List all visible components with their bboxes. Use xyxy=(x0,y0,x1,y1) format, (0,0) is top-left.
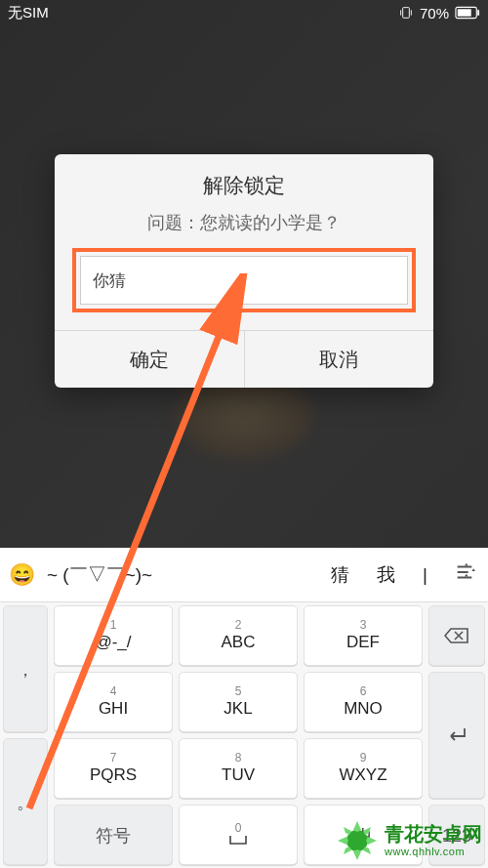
battery-text: 70% xyxy=(420,5,449,21)
key-0[interactable]: 0 xyxy=(179,805,298,865)
key-6[interactable]: 6MNO xyxy=(304,672,423,732)
svg-rect-0 xyxy=(403,8,410,19)
battery-icon xyxy=(455,5,480,21)
settings-icon xyxy=(454,561,475,583)
suggestion-3[interactable]: | xyxy=(409,564,441,586)
svg-rect-2 xyxy=(477,10,479,16)
confirm-button[interactable]: 确定 xyxy=(55,331,244,388)
key-8[interactable]: 8TUV xyxy=(179,738,298,799)
key-symbol[interactable]: 符号 xyxy=(54,805,173,865)
watermark-logo-icon xyxy=(336,819,379,862)
suggestion-1[interactable]: 猜 xyxy=(317,562,363,588)
key-5[interactable]: 5JKL xyxy=(179,672,298,732)
carrier-text: 无SIM xyxy=(8,4,49,22)
key-period[interactable]: 。 xyxy=(3,738,48,865)
suggestion-kaomoji[interactable]: ~ (￣▽￣~)~ xyxy=(43,562,317,588)
answer-input[interactable] xyxy=(80,256,408,305)
key-1[interactable]: 1@-_/ xyxy=(54,605,173,666)
watermark: 青花安卓网 www.qhhlv.com xyxy=(336,819,482,862)
watermark-brand: 青花安卓网 xyxy=(385,823,482,846)
dialog-title: 解除锁定 xyxy=(55,154,433,211)
enter-icon xyxy=(445,725,468,745)
key-backspace[interactable] xyxy=(428,605,485,666)
watermark-url: www.qhhlv.com xyxy=(385,846,482,858)
svg-rect-3 xyxy=(458,9,471,16)
security-question: 问题：您就读的小学是？ xyxy=(55,211,433,248)
cancel-button[interactable]: 取消 xyxy=(244,331,434,388)
key-2[interactable]: 2ABC xyxy=(179,605,298,666)
unlock-dialog: 解除锁定 问题：您就读的小学是？ 确定 取消 xyxy=(55,154,433,388)
input-highlight xyxy=(72,248,416,312)
suggestion-2[interactable]: 我 xyxy=(363,562,409,588)
key-9[interactable]: 9WXYZ xyxy=(304,738,423,799)
vibrate-icon xyxy=(398,5,414,21)
key-7[interactable]: 7PQRS xyxy=(54,738,173,799)
key-3[interactable]: 3DEF xyxy=(304,605,423,666)
status-bar: 无SIM 70% xyxy=(0,0,488,25)
settings-button[interactable] xyxy=(441,561,488,588)
key-4[interactable]: 4GHI xyxy=(54,672,173,732)
key-comma[interactable]: ， xyxy=(3,605,48,732)
space-icon xyxy=(228,834,248,847)
suggestion-bar: 😄 ~ (￣▽￣~)~ 猜 我 | xyxy=(0,548,488,602)
backspace-icon xyxy=(444,627,469,644)
emoji-button[interactable]: 😄 xyxy=(0,562,43,588)
key-enter[interactable] xyxy=(428,672,485,799)
